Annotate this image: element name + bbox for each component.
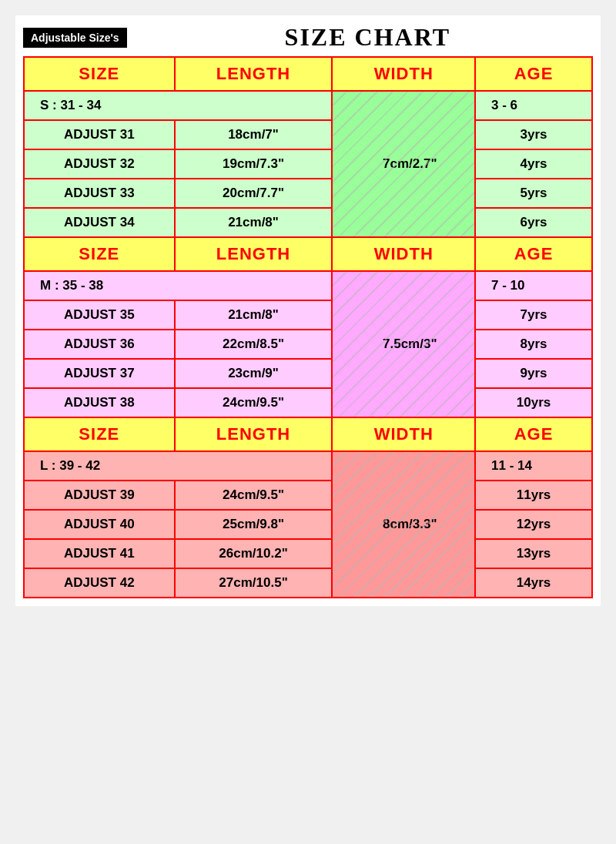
s2-r1-length: 22cm/8.5" — [175, 330, 333, 359]
chart-title-row: Adjustable Size's SIZE CHART — [23, 23, 593, 52]
col-length-1: LENGTH — [175, 57, 333, 91]
s2-r1-size: ADJUST 36 — [24, 330, 175, 359]
s1-r0-length: 18cm/7" — [175, 120, 333, 149]
s2-r3-size: ADJUST 38 — [24, 388, 175, 417]
s1-r2-length: 20cm/7.7" — [175, 179, 333, 208]
s2-r1-age: 8yrs — [475, 330, 592, 359]
s3-r1-length: 25cm/9.8" — [175, 510, 333, 539]
col-width-3: WIDTH — [332, 417, 475, 451]
s1-r2-age: 5yrs — [475, 179, 592, 208]
s2-r2-age: 9yrs — [475, 359, 592, 388]
s1-r1-length: 19cm/7.3" — [175, 149, 333, 179]
section2-header: M : 35 - 38 7.5cm/3" 7 - 10 — [24, 271, 592, 300]
s3-r3-length: 27cm/10.5" — [175, 568, 333, 598]
section3-row-1: ADJUST 40 25cm/9.8" 12yrs — [24, 510, 592, 539]
s3-r2-size: ADJUST 41 — [24, 539, 175, 568]
section3-label: L : 39 - 42 — [24, 451, 332, 481]
s1-r2-size: ADJUST 33 — [24, 179, 175, 208]
col-width-2: WIDTH — [332, 237, 475, 271]
section3-age-range: 11 - 14 — [475, 451, 592, 481]
s1-r3-length: 21cm/8" — [175, 208, 333, 237]
s3-r3-size: ADJUST 42 — [24, 568, 175, 598]
section1-header: S : 31 - 34 7cm/2.7" 3 - 6 — [24, 91, 592, 120]
header-row-1: SIZE LENGTH WIDTH AGE — [24, 57, 592, 91]
s2-r3-age: 10yrs — [475, 388, 592, 417]
s2-r0-age: 7yrs — [475, 300, 592, 330]
s2-r2-length: 23cm/9" — [175, 359, 333, 388]
section2-row-2: ADJUST 37 23cm/9" 9yrs — [24, 359, 592, 388]
col-size-3: SIZE — [24, 417, 175, 451]
s2-r2-size: ADJUST 37 — [24, 359, 175, 388]
section3-header: L : 39 - 42 8cm/3.3" 11 - 14 — [24, 451, 592, 481]
section1-row-0: ADJUST 31 18cm/7" 3yrs — [24, 120, 592, 149]
col-width-1: WIDTH — [332, 57, 475, 91]
col-age-2: AGE — [475, 237, 592, 271]
section1-row-1: ADJUST 32 19cm/7.3" 4yrs — [24, 149, 592, 179]
s3-r1-age: 12yrs — [475, 510, 592, 539]
s1-r0-age: 3yrs — [475, 120, 592, 149]
s3-r3-age: 14yrs — [475, 568, 592, 598]
section2-width: 7.5cm/3" — [348, 337, 471, 352]
section3-width: 8cm/3.3" — [348, 517, 471, 532]
col-length-3: LENGTH — [175, 417, 333, 451]
section3-row-3: ADJUST 42 27cm/10.5" 14yrs — [24, 568, 592, 598]
adjustable-badge: Adjustable Size's — [23, 28, 127, 48]
s3-r2-length: 26cm/10.2" — [175, 539, 333, 568]
section1-age-range: 3 - 6 — [475, 91, 592, 120]
main-title: SIZE CHART — [142, 23, 593, 52]
s2-r0-length: 21cm/8" — [175, 300, 333, 330]
section3-row-2: ADJUST 41 26cm/10.2" 13yrs — [24, 539, 592, 568]
section1-width-cell: 7cm/2.7" — [332, 91, 475, 237]
page-wrapper: Adjustable Size's SIZE CHART SIZE LENGTH… — [15, 15, 601, 606]
col-length-2: LENGTH — [175, 237, 333, 271]
col-size-2: SIZE — [24, 237, 175, 271]
s3-r0-length: 24cm/9.5" — [175, 481, 333, 510]
section2-age-range: 7 - 10 — [475, 271, 592, 300]
col-size-1: SIZE — [24, 57, 175, 91]
section2-label: M : 35 - 38 — [24, 271, 332, 300]
section1-width: 7cm/2.7" — [348, 156, 471, 172]
section2-width-cell: 7.5cm/3" — [332, 271, 475, 417]
s2-r3-length: 24cm/9.5" — [175, 388, 333, 417]
s1-r0-size: ADJUST 31 — [24, 120, 175, 149]
section2-row-0: ADJUST 35 21cm/8" 7yrs — [24, 300, 592, 330]
section1-row-3: ADJUST 34 21cm/8" 6yrs — [24, 208, 592, 237]
s1-r1-age: 4yrs — [475, 149, 592, 179]
header-row-2: SIZE LENGTH WIDTH AGE — [24, 237, 592, 271]
s3-r1-size: ADJUST 40 — [24, 510, 175, 539]
section1-row-2: ADJUST 33 20cm/7.7" 5yrs — [24, 179, 592, 208]
section2-row-3: ADJUST 38 24cm/9.5" 10yrs — [24, 388, 592, 417]
section3-width-cell: 8cm/3.3" — [332, 451, 475, 598]
section1-label: S : 31 - 34 — [24, 91, 332, 120]
header-row-3: SIZE LENGTH WIDTH AGE — [24, 417, 592, 451]
s2-r0-size: ADJUST 35 — [24, 300, 175, 330]
col-age-1: AGE — [475, 57, 592, 91]
col-age-3: AGE — [475, 417, 592, 451]
size-chart-table: SIZE LENGTH WIDTH AGE S : 31 - 34 7cm/2.… — [23, 56, 593, 598]
s3-r2-age: 13yrs — [475, 539, 592, 568]
s1-r1-size: ADJUST 32 — [24, 149, 175, 179]
s3-r0-age: 11yrs — [475, 481, 592, 510]
section3-row-0: ADJUST 39 24cm/9.5" 11yrs — [24, 481, 592, 510]
section2-row-1: ADJUST 36 22cm/8.5" 8yrs — [24, 330, 592, 359]
s1-r3-size: ADJUST 34 — [24, 208, 175, 237]
s3-r0-size: ADJUST 39 — [24, 481, 175, 510]
s1-r3-age: 6yrs — [475, 208, 592, 237]
